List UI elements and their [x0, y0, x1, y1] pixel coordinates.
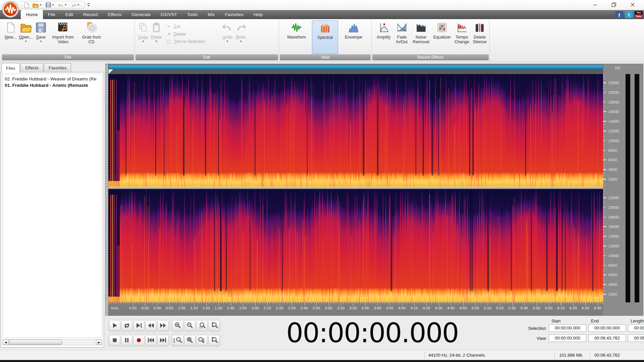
zoom-out-button[interactable] — [184, 320, 196, 331]
amplify-button[interactable]: Amplify — [374, 20, 393, 54]
quick-undo-button[interactable]: ▼ — [57, 2, 68, 8]
sidebar-tab-files[interactable]: Files — [1, 63, 20, 73]
selection-end-field[interactable]: 00:00:00.000 — [588, 324, 626, 332]
ribbon-tab-dx-vst[interactable]: DX/VST — [156, 10, 182, 19]
twitter-icon[interactable]: t — [625, 11, 633, 18]
ribbon-tab-file[interactable]: File — [43, 10, 60, 19]
frequency-major-tick — [603, 236, 606, 237]
ribbon-tab-help[interactable]: Help — [249, 10, 268, 19]
time-ruler[interactable]: hms 0:200:300:400:501:001:101:201:301:40… — [108, 302, 603, 315]
go-to-end-button[interactable] — [157, 335, 169, 346]
ribbon-tab-generate[interactable]: Generate — [127, 10, 156, 19]
play-button[interactable] — [109, 320, 120, 331]
selection-length-field[interactable]: 00:00:00.000 — [628, 324, 644, 332]
ribbon-tab-edit[interactable]: Edit — [60, 10, 78, 19]
import-from-video-button[interactable]: Import from Video — [48, 20, 78, 54]
sidebar-tab-favorites[interactable]: Favorites — [44, 63, 71, 72]
copy-button[interactable]: Copy ▼ — [137, 20, 150, 54]
ruler-major-tick — [414, 302, 415, 305]
ribbon-group-label-file: File — [2, 54, 134, 60]
zoom-all-button[interactable] — [184, 335, 196, 346]
delete-button[interactable]: ✕ Delete — [166, 32, 218, 37]
new-button[interactable]: New... — [3, 20, 18, 54]
sidebar-horizontal-scrollbar[interactable]: ◀ ▶ — [2, 339, 102, 345]
ribbon-tab-favorites[interactable]: Favorites — [220, 10, 249, 19]
ruler-time-label: 3:20 — [349, 306, 357, 310]
file-list-item[interactable]: 01. Freddie Hubbard - Arietis (Remaste — [5, 82, 102, 88]
marker-strip[interactable] — [108, 69, 603, 74]
ribbon-tab-effects[interactable]: Effects — [103, 10, 127, 19]
ruler-time-label: 2:30 — [288, 306, 296, 310]
zoom-selection-end-button[interactable]: ] — [196, 335, 208, 346]
quick-save-button[interactable]: ▼ — [45, 2, 55, 8]
go-to-start-button[interactable] — [145, 335, 157, 346]
selection-start-field[interactable]: 00:00:00.000 — [549, 324, 586, 332]
grab-from-cd-button[interactable]: Grab from CD — [78, 20, 105, 54]
undo-button[interactable]: Undo ▼ — [221, 20, 234, 54]
quick-redo-button[interactable]: ▼ — [70, 2, 80, 8]
fade-in-out-button[interactable]: Fade In/Out — [393, 20, 410, 54]
customize-quick-access-button[interactable] — [86, 2, 91, 8]
zoom-selection-start-button[interactable]: [ — [172, 335, 183, 346]
equalizer-button[interactable]: Equalizer — [432, 20, 452, 54]
view-end-field[interactable]: 00:06:43.762 — [588, 335, 626, 342]
scroll-right-button[interactable]: ▶ — [96, 340, 102, 345]
delete-silence-button[interactable]: Delete Silence — [472, 20, 488, 54]
cursor-flag-icon[interactable] — [109, 69, 113, 74]
pause-button[interactable] — [121, 335, 132, 346]
save-button[interactable]: Save ▼ — [34, 20, 48, 54]
dropdown-caret-icon[interactable]: ▼ — [39, 4, 42, 6]
dropdown-caret-icon[interactable]: ▼ — [64, 4, 67, 6]
loop-play-button[interactable] — [121, 320, 132, 331]
zoom-vertical-in-button[interactable] — [208, 320, 220, 331]
spectrogram-channel-2[interactable] — [108, 189, 603, 302]
minimize-button[interactable] — [589, 1, 601, 9]
tempo-change-button[interactable]: Tempo Change — [453, 20, 471, 54]
trim-to-selection-button[interactable]: Trim to Selection — [166, 39, 218, 44]
dropdown-caret-icon[interactable]: ▼ — [52, 4, 54, 6]
frequency-major-tick — [603, 284, 606, 285]
close-button[interactable] — [627, 1, 639, 9]
file-list-item[interactable]: 02. Freddie Hubbard - Weaver of Dreams (… — [5, 76, 102, 82]
redo-button[interactable]: Redo ▼ — [234, 20, 248, 54]
facebook-icon[interactable]: f — [615, 11, 623, 18]
save-button-label: Save — [36, 35, 46, 40]
paste-button[interactable]: Paste ▼ — [150, 20, 163, 54]
ribbon-tab-home[interactable]: Home — [21, 10, 43, 19]
quick-open-button[interactable]: ▼ — [32, 2, 43, 8]
youtube-icon[interactable]: YouTube — [635, 11, 643, 18]
envelope-view-button[interactable]: Envelope — [339, 20, 368, 54]
ribbon-tab-mix[interactable]: Mix — [203, 10, 220, 19]
app-logo-icon[interactable] — [2, 1, 19, 18]
sidebar-tab-effects[interactable]: Effects — [20, 63, 43, 72]
file-list[interactable]: 02. Freddie Hubbard - Weaver of Dreams (… — [2, 74, 102, 338]
view-length-field[interactable]: 00:06:43.762 — [628, 335, 644, 342]
open-button[interactable]: Open... ▼ — [18, 20, 34, 54]
overview-position-bar[interactable] — [108, 65, 603, 69]
spectral-view-button[interactable]: Spectral — [312, 20, 338, 54]
ribbon-tab-record[interactable]: Record — [78, 10, 103, 19]
view-start-field[interactable]: 00:00:00.000 — [549, 335, 586, 342]
rewind-button[interactable] — [145, 320, 157, 331]
quick-new-button[interactable] — [23, 2, 30, 8]
cut-button[interactable]: ✂ Cut — [166, 24, 218, 29]
zoom-buttons-row1: 100 — [171, 319, 221, 332]
ribbon-tab-tools[interactable]: Tools — [182, 10, 203, 19]
zoom-vertical-out-button[interactable] — [208, 335, 220, 346]
play-to-end-button[interactable] — [133, 320, 145, 331]
dropdown-caret-icon[interactable]: ▼ — [77, 4, 80, 6]
channel-divider[interactable] — [108, 187, 603, 189]
spectrogram-channel-1[interactable] — [108, 74, 603, 187]
zoom-in-button[interactable] — [172, 320, 183, 331]
scrollbar-thumb[interactable] — [9, 340, 62, 345]
fast-forward-button[interactable] — [157, 320, 169, 331]
zoom-100-button[interactable]: 100 — [196, 320, 208, 331]
waveform-view-button[interactable]: Waveform — [282, 20, 311, 54]
record-button[interactable] — [133, 335, 145, 346]
noise-removal-button[interactable]: Noise Removal — [411, 20, 431, 54]
frequency-label: 10000 — [608, 254, 619, 258]
scroll-left-button[interactable]: ◀ — [3, 340, 9, 345]
status-separator — [590, 351, 590, 359]
restore-button[interactable] — [608, 1, 620, 9]
stop-button[interactable] — [109, 335, 120, 346]
